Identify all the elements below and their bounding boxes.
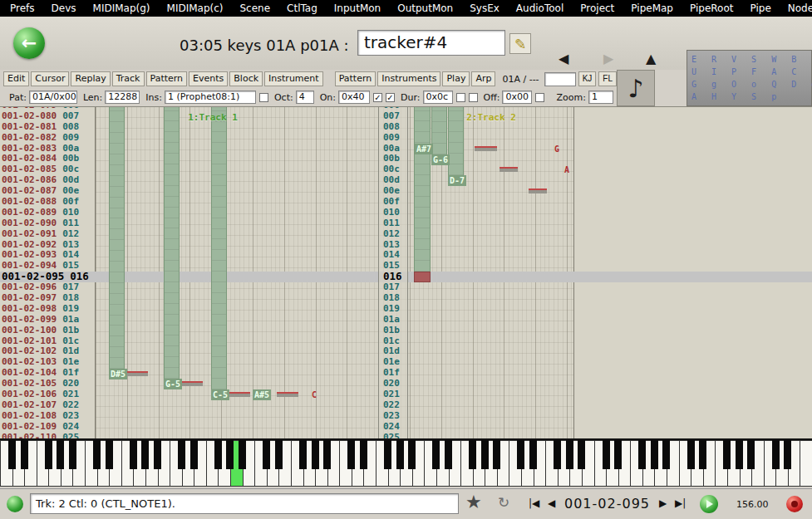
on-checkbox[interactable]: ✓ [373,93,382,102]
menubar-item-ctltag[interactable]: CtlTag [278,0,326,17]
piano-black-key[interactable] [651,440,658,469]
piano-black-key[interactable] [578,440,585,469]
piano-black-key[interactable] [106,440,113,469]
prev-pattern-button[interactable]: ◀ [559,51,568,66]
note-label[interactable]: G-6 [431,154,450,165]
pattern-grid[interactable]: 00600700800900a00b00c00d00e00f0100110120… [95,107,812,438]
record-button[interactable] [786,496,803,512]
piano-black-key[interactable] [239,440,246,469]
play-button[interactable] [700,495,718,513]
len-field[interactable]: 12288 [105,91,140,104]
oct-field[interactable]: 4 [296,91,314,104]
menubar-item-midimapg[interactable]: MIDIMap(g) [85,0,159,17]
note-label[interactable]: C-5 [211,389,229,400]
pattern-name-input[interactable]: tracker#4 [357,30,505,56]
skip-back-button[interactable]: |◀ [529,497,539,509]
menubar-item-inputmon[interactable]: InputMon [326,0,389,17]
menu-events[interactable]: Events [189,71,228,86]
dur-checkbox[interactable] [469,93,478,102]
note-value-icon[interactable]: ♪ [617,70,655,106]
piano-black-key[interactable] [141,440,149,469]
piano-black-key[interactable] [226,440,234,469]
piano-black-key[interactable] [360,440,367,469]
button-pattern[interactable]: Pattern [335,71,376,86]
pat-field[interactable]: 01A/0x00 [29,91,77,104]
piano-black-key[interactable] [662,440,670,469]
menu-cursor[interactable]: Cursor [31,71,69,86]
piano-black-key[interactable] [214,440,222,469]
piano-black-key[interactable] [772,440,780,469]
menubar-item-project[interactable]: Project [572,0,623,17]
note-label[interactable]: A#5 [253,389,271,400]
piano-black-key[interactable] [396,440,404,469]
note-column[interactable] [414,107,431,272]
piano-black-key[interactable] [638,440,646,469]
piano-black-key[interactable] [603,440,610,469]
menu-replay[interactable]: Replay [71,71,110,86]
piano-black-key[interactable] [263,440,270,469]
piano-black-key[interactable] [154,440,161,469]
piano-black-key[interactable] [93,440,101,469]
piano-black-key[interactable] [784,440,791,469]
piano-black-key[interactable] [432,440,440,469]
step-forward-button[interactable]: ▶ [659,497,667,509]
piano-black-key[interactable] [566,440,573,469]
button-arp[interactable]: Arp [471,71,495,86]
piano-black-key[interactable] [517,440,524,469]
note-column[interactable] [431,107,447,154]
note-label[interactable]: A#7 [415,144,433,154]
off-checkbox[interactable] [535,93,544,102]
menubar-item-devs[interactable]: Devs [43,0,85,17]
piano-black-key[interactable] [747,440,755,469]
ins-checkbox[interactable] [259,93,268,102]
piano-black-key[interactable] [57,440,64,469]
up-button[interactable]: ▲ [646,51,656,66]
piano-white-key[interactable] [800,440,812,487]
piano-black-key[interactable] [554,440,561,469]
piano-black-key[interactable] [445,440,452,469]
menu-pattern[interactable]: Pattern [146,71,188,86]
piano-keyboard[interactable] [0,438,812,487]
status-message-field[interactable]: Trk: 2 Ctl: 0 (CTL_NOTE1). [30,493,459,514]
next-pattern-button[interactable]: ▶ [603,51,613,66]
piano-black-key[interactable] [384,440,391,469]
button-play[interactable]: Play [442,71,470,86]
menubar-item-scene[interactable]: Scene [232,0,279,17]
piano-black-key[interactable] [687,440,695,469]
dur-checkbox[interactable] [456,93,465,102]
piano-black-key[interactable] [614,440,622,469]
menubar-item-audiotool[interactable]: AudioTool [508,0,572,17]
status-sphere-icon[interactable] [7,496,23,512]
piano-black-key[interactable] [736,440,743,469]
ins-field[interactable]: 1 (Prophet08:1) [165,91,256,104]
note-column[interactable] [109,107,125,369]
piano-black-key[interactable] [8,440,16,469]
menu-track[interactable]: Track [112,71,145,86]
menubar-item-pipe[interactable]: Pipe [741,0,779,17]
piano-black-key[interactable] [347,440,355,469]
tracker-row-label[interactable]: 001-02-110025 [2,433,95,438]
piano-black-key[interactable] [323,440,331,469]
piano-black-key[interactable] [699,440,706,469]
piano-black-key[interactable] [469,440,476,469]
piano-black-key[interactable] [493,440,500,469]
piano-black-key[interactable] [275,440,283,469]
menubar-item-prefs[interactable]: Prefs [2,0,43,17]
on-checkbox[interactable]: ✓ [386,93,395,102]
menu-block[interactable]: Block [229,71,263,86]
note-end-cell[interactable] [414,272,431,282]
piano-black-key[interactable] [21,440,28,469]
note-column[interactable] [448,107,464,175]
star-icon[interactable]: ★ [465,492,482,512]
note-label[interactable]: D-7 [448,175,466,186]
kj-button[interactable]: KJ [578,71,597,86]
note-label[interactable]: D#5 [109,369,127,379]
piano-black-key[interactable] [723,440,731,469]
edit-name-button[interactable]: ✎ [509,33,531,54]
back-button[interactable]: ← [13,27,45,59]
piano-black-key[interactable] [45,440,52,469]
menubar-item-sysex[interactable]: SysEx [461,0,508,17]
piano-black-key[interactable] [130,440,137,469]
piano-black-key[interactable] [312,440,319,469]
menubar-item-midimapc[interactable]: MIDIMap(c) [159,0,232,17]
